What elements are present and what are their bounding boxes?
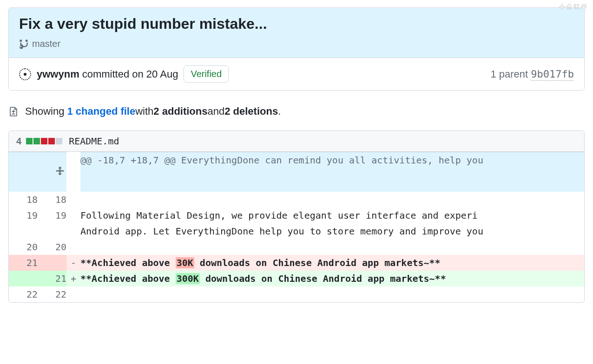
diff-sign: + [66, 271, 80, 286]
diff-row: 1919Following Material Design, we provid… [9, 208, 584, 223]
avatar[interactable] [19, 68, 31, 80]
diff-row: 21+**Achieved above 300K downloads on Ch… [9, 271, 584, 286]
line-num-new[interactable]: 19 [38, 208, 66, 223]
diff-row: 21-**Achieved above 30K downloads on Chi… [9, 255, 584, 271]
hunk-header: @@ -18,7 +18,7 @@ EverythingDone can rem… [80, 152, 584, 192]
expand-button[interactable] [9, 152, 66, 192]
line-num-new[interactable]: 21 [38, 271, 66, 286]
code-line: Android app. Let EverythingDone help you… [80, 223, 584, 239]
commit-header: Fix a very stupid number mistake... mast… [9, 8, 584, 58]
line-num-old[interactable]: 20 [9, 239, 38, 255]
author-link[interactable]: ywwynm [37, 68, 79, 80]
line-num-new[interactable] [38, 255, 66, 271]
changed-files-link[interactable]: 1 changed file [67, 105, 136, 117]
stat-red [48, 138, 55, 144]
commit-meta-right: 1 parent 9b017fb [490, 68, 574, 80]
diff-table: @@ -18,7 +18,7 @@ EverythingDone can rem… [9, 152, 584, 302]
diff-sign: - [66, 255, 80, 271]
unfold-icon [55, 166, 65, 176]
line-num-new[interactable]: 22 [38, 286, 66, 302]
committed-text: committed on 20 Aug [82, 68, 178, 80]
commit-meta-left: ywwynm committed on 20 Aug Verified [19, 65, 229, 83]
code-line [80, 239, 584, 255]
commit-box: Fix a very stupid number mistake... mast… [8, 7, 585, 91]
deletions-count: 2 deletions [224, 105, 278, 117]
file-header: 4 README.md [9, 131, 584, 152]
diffstat-blocks [26, 138, 62, 144]
diffstat-bar: Showing 1 changed file with 2 additions … [8, 105, 585, 117]
code-line: **Achieved above 300K downloads on Chine… [80, 271, 584, 286]
diffstat-period: . [278, 105, 281, 117]
diff-sign [66, 286, 80, 302]
code-line: Following Material Design, we provide el… [80, 208, 584, 223]
code-line [80, 286, 584, 302]
stat-green [26, 138, 33, 144]
verified-badge[interactable]: Verified [184, 65, 229, 83]
branch-row[interactable]: master [19, 38, 574, 49]
code-line [80, 192, 584, 208]
stat-grey [56, 138, 62, 144]
diff-row: 2020 [9, 239, 584, 255]
file-name[interactable]: README.md [69, 136, 119, 147]
line-num-new[interactable] [38, 223, 66, 239]
diff-sign [66, 208, 80, 223]
hunk-sign [66, 152, 80, 192]
hunk-header-row: @@ -18,7 +18,7 @@ EverythingDone can rem… [9, 152, 584, 192]
line-num-old[interactable] [9, 271, 38, 286]
line-num-old[interactable] [9, 223, 38, 239]
commit-title: Fix a very stupid number mistake... [19, 15, 574, 32]
additions-count: 2 additions [153, 105, 207, 117]
diff-row: 2222 [9, 286, 584, 302]
diff-sign [66, 192, 80, 208]
watermark: 小众软件 [559, 3, 588, 11]
diff-row: 1818 [9, 192, 584, 208]
diffstat-and: and [207, 105, 224, 117]
stat-red [41, 138, 47, 144]
commit-meta: ywwynm committed on 20 Aug Verified 1 pa… [9, 58, 584, 90]
diffstat-with: with [135, 105, 153, 117]
diff-sign [66, 223, 80, 239]
diff-sign [66, 239, 80, 255]
line-num-old[interactable]: 21 [9, 255, 38, 271]
line-num-new[interactable]: 18 [38, 192, 66, 208]
line-num-new[interactable]: 20 [38, 239, 66, 255]
line-num-old[interactable]: 18 [9, 192, 38, 208]
branch-name[interactable]: master [32, 39, 60, 49]
line-num-old[interactable]: 19 [9, 208, 38, 223]
stat-green [33, 138, 40, 144]
file-diff-icon [8, 105, 19, 117]
line-num-old[interactable]: 22 [9, 286, 38, 302]
code-line: **Achieved above 30K downloads on Chines… [80, 255, 584, 271]
file-diff: 4 README.md @@ -18,7 +18,7 @@ Everything… [8, 130, 585, 303]
parent-text: 1 parent [490, 68, 528, 80]
diffstat-showing: Showing [25, 105, 64, 117]
git-branch-icon [19, 38, 28, 49]
diff-row: Android app. Let EverythingDone help you… [9, 223, 584, 239]
file-changes-count: 4 [16, 136, 21, 147]
parent-sha[interactable]: 9b017fb [531, 68, 574, 81]
